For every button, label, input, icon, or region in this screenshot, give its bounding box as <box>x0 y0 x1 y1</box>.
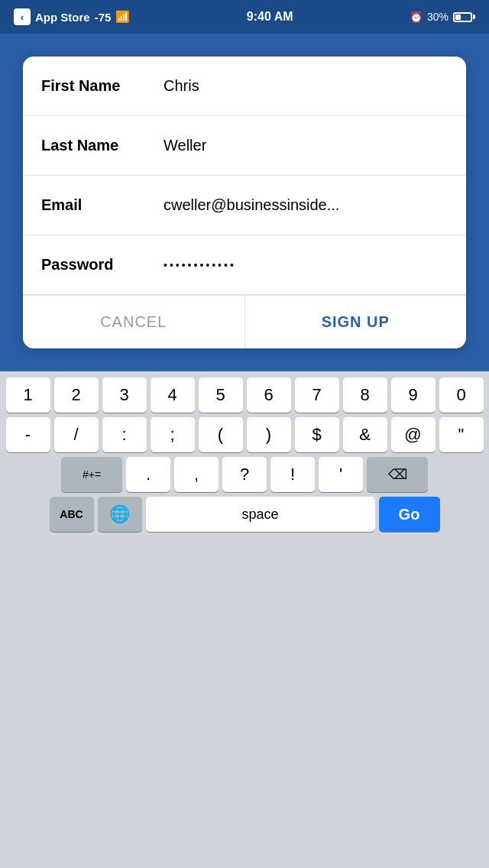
key-go[interactable]: Go <box>379 497 440 532</box>
last-name-row[interactable]: Last Name Weller <box>23 116 466 176</box>
email-label: Email <box>41 196 164 214</box>
back-arrow-icon: ‹ <box>14 8 31 25</box>
signal-label: -75 <box>95 11 112 24</box>
key-dollar[interactable]: $ <box>295 417 339 452</box>
key-colon[interactable]: : <box>102 417 147 452</box>
key-exclaim[interactable]: ! <box>270 457 315 492</box>
status-left: ‹ App Store -75 📶 <box>14 8 130 25</box>
keyboard-row-numbers: 1 2 3 4 5 6 7 8 9 0 <box>3 377 486 413</box>
battery-percent: 30% <box>427 11 449 23</box>
password-value: •••••••••••• <box>164 259 448 271</box>
first-name-label: First Name <box>41 77 164 95</box>
key-9[interactable]: 9 <box>391 377 436 413</box>
alarm-icon: ⏰ <box>410 11 423 23</box>
signup-button[interactable]: SIGN UP <box>245 296 467 348</box>
last-name-value: Weller <box>164 137 448 154</box>
password-label: Password <box>41 256 164 274</box>
key-0[interactable]: 0 <box>439 377 484 413</box>
email-row[interactable]: Email cweller@businessinside... <box>23 176 466 235</box>
cancel-button[interactable]: CANCEL <box>23 296 245 348</box>
keyboard-row-extra: #+= . , ? ! ' ⌫ <box>3 457 486 492</box>
first-name-value: Chris <box>164 77 448 95</box>
key-4[interactable]: 4 <box>151 377 195 413</box>
key-comma[interactable]: , <box>174 457 219 492</box>
key-6[interactable]: 6 <box>247 377 291 413</box>
key-abc[interactable]: ABC <box>50 497 94 532</box>
key-period[interactable]: . <box>126 457 170 492</box>
key-semicolon[interactable]: ; <box>151 417 195 452</box>
email-value: cweller@businessinside... <box>164 196 448 214</box>
key-2[interactable]: 2 <box>54 377 99 413</box>
keyboard-row-symbols: - / : ; ( ) $ & @ " <box>3 417 486 452</box>
form-buttons: CANCEL SIGN UP <box>23 295 466 348</box>
app-area: First Name Chris Last Name Weller Email … <box>0 34 489 371</box>
key-7[interactable]: 7 <box>295 377 339 413</box>
key-ampersand[interactable]: & <box>343 417 387 452</box>
carrier-label: App Store <box>35 11 90 24</box>
time-label: 9:40 AM <box>247 10 293 24</box>
last-name-label: Last Name <box>41 137 164 154</box>
key-hashplus[interactable]: #+= <box>61 457 122 492</box>
key-dash[interactable]: - <box>6 417 50 452</box>
wifi-icon: 📶 <box>115 10 130 24</box>
key-1[interactable]: 1 <box>6 377 50 413</box>
status-right: ⏰ 30% <box>410 11 475 23</box>
key-space[interactable]: space <box>146 497 375 532</box>
key-globe[interactable]: 🌐 <box>98 497 142 532</box>
first-name-row[interactable]: First Name Chris <box>23 57 466 116</box>
key-slash[interactable]: / <box>54 417 99 452</box>
key-question[interactable]: ? <box>222 457 267 492</box>
key-5[interactable]: 5 <box>199 377 243 413</box>
password-row[interactable]: Password •••••••••••• <box>23 235 466 295</box>
status-bar: ‹ App Store -75 📶 9:40 AM ⏰ 30% <box>0 0 489 34</box>
key-lparen[interactable]: ( <box>199 417 243 452</box>
keyboard-row-bottom: ABC 🌐 space Go <box>3 497 486 538</box>
key-rparen[interactable]: ) <box>247 417 291 452</box>
keyboard: 1 2 3 4 5 6 7 8 9 0 - / : ; ( ) $ & @ " … <box>0 371 489 868</box>
battery-icon <box>453 12 475 22</box>
key-3[interactable]: 3 <box>102 377 147 413</box>
key-apostrophe[interactable]: ' <box>319 457 363 492</box>
key-quote[interactable]: " <box>439 417 484 452</box>
key-at[interactable]: @ <box>391 417 436 452</box>
backspace-key[interactable]: ⌫ <box>367 457 428 492</box>
key-8[interactable]: 8 <box>343 377 387 413</box>
form-card: First Name Chris Last Name Weller Email … <box>23 57 466 348</box>
